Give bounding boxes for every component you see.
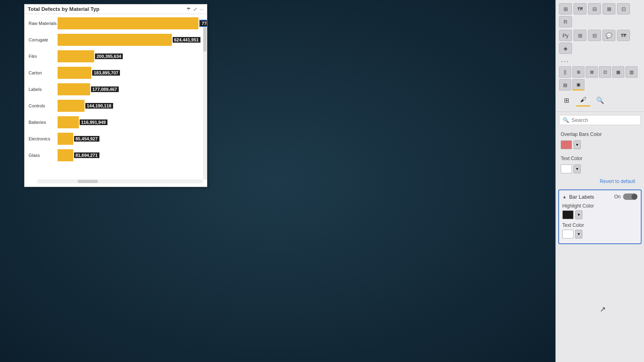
table-row: Electronics85,454,927: [29, 132, 203, 146]
bar-fill-container: 81,694,271: [58, 149, 203, 161]
panel-icon-map[interactable]: 🗺: [574, 3, 586, 14]
panel-icon-py[interactable]: Py: [559, 30, 572, 41]
filter-icon[interactable]: ☂: [186, 6, 191, 12]
grid-icon-active[interactable]: ▣: [572, 79, 584, 90]
scrollbar-thumb[interactable]: [203, 27, 206, 51]
vertical-scrollbar[interactable]: [203, 27, 207, 179]
toggle-track[interactable]: [623, 193, 638, 200]
bar-fill-container: 200,395,634: [58, 50, 203, 62]
bar-value: 85,454,927: [74, 136, 99, 142]
bar-labels-toggle[interactable]: On: [614, 193, 638, 200]
bar-labels-text-color-dropdown[interactable]: ▼: [575, 230, 582, 239]
bar-label: Batteries: [29, 120, 58, 125]
bar-labels-text-color-row: ▼: [562, 230, 638, 240]
toggle-thumb: [632, 194, 637, 200]
chart-title-icons: ☂ ⤢ ···: [186, 6, 204, 12]
revert-link[interactable]: Revert to default: [595, 177, 640, 187]
table-row: Film200,395,634: [29, 49, 203, 63]
bar-labels-text-color-label: Text Color: [562, 222, 638, 230]
bar-value: 177,089,467: [91, 86, 119, 92]
bar-fill-container: 177,089,467: [58, 83, 203, 95]
bar-fill[interactable]: 177,089,467: [58, 83, 90, 95]
bar-labels-section: ▲ Bar Labels On Highlight Color ▼ Text C…: [558, 189, 642, 244]
panel-top-icons: ⊞ 🗺 ⊟ ⊠ ⊡ R Py ⊞ ⊟ 💬 🗺 ◈ ··· ⣿ ⊞ ⊠ ⊡ ▦ ▥…: [556, 0, 644, 112]
bar-labels-header: ▲ Bar Labels On: [562, 193, 638, 200]
cursor-indicator: ↗: [600, 305, 606, 314]
grid-icon-dots[interactable]: ⣿: [559, 66, 571, 78]
search-input[interactable]: [572, 117, 637, 123]
panel-icon-grid[interactable]: ⊞: [574, 30, 586, 41]
grid-icon-row-1: ⣿ ⊞ ⊠ ⊡ ▦ ▥: [559, 66, 641, 78]
bar-label: Carton: [29, 70, 58, 75]
panel-icon-chart[interactable]: ⊟: [588, 3, 601, 14]
table-row: Glass81,694,271: [29, 148, 203, 162]
bar-labels-text-color-swatch[interactable]: [562, 230, 574, 239]
highlight-color-dropdown[interactable]: ▼: [575, 210, 582, 219]
scrollbar-thumb-h[interactable]: [78, 180, 98, 183]
grid-icon-lines[interactable]: ▤: [559, 79, 571, 90]
grid-icon-r[interactable]: ▥: [625, 66, 638, 78]
bar-fill[interactable]: 624,441,951: [58, 34, 172, 46]
bar-value: 183,895,707: [92, 70, 120, 76]
bottom-icon-paint[interactable]: 🖌: [576, 94, 590, 107]
bar-value: 624,441,951: [173, 37, 200, 43]
bar-value: 200,395,634: [95, 53, 123, 59]
panel-icon-table[interactable]: ⊞: [559, 3, 572, 14]
bar-fill[interactable]: 200,395,634: [58, 50, 94, 62]
table-row: Carton183,895,707: [29, 66, 203, 80]
bottom-icon-search-circle[interactable]: 🔍: [593, 94, 607, 107]
bar-value: 81,694,271: [74, 152, 99, 158]
grid-icon-table2[interactable]: ⊞: [572, 66, 584, 78]
more-dots: ···: [559, 56, 641, 66]
bar-fill-container: 770,580,317: [58, 17, 203, 29]
bar-fill[interactable]: 85,454,927: [58, 133, 73, 145]
panel-icon-word[interactable]: ⊟: [588, 30, 601, 41]
bar-fill[interactable]: 183,895,707: [58, 67, 91, 79]
panel-icon-comment[interactable]: 💬: [603, 30, 615, 41]
right-panel: ⊞ 🗺 ⊟ ⊠ ⊡ R Py ⊞ ⊟ 💬 🗺 ◈ ··· ⣿ ⊞ ⊠ ⊡ ▦ ▥…: [555, 0, 644, 362]
panel-icon-map2[interactable]: 🗺: [617, 30, 630, 41]
grid-icon-h[interactable]: ▦: [612, 66, 624, 78]
text-color-swatch[interactable]: [561, 165, 572, 173]
bar-label: Electronics: [29, 136, 58, 141]
chart-window: Total Defects by Material Typ ☂ ⤢ ··· Ra…: [24, 4, 207, 187]
bar-value: 116,991,949: [80, 119, 107, 125]
main-content-area: Total Defects by Material Typ ☂ ⤢ ··· Ra…: [0, 0, 555, 362]
search-box[interactable]: 🔍: [559, 115, 641, 125]
horizontal-scrollbar[interactable]: [37, 179, 203, 183]
search-icon: 🔍: [563, 117, 569, 123]
chevron-icon[interactable]: ▲: [562, 194, 567, 199]
bar-value: 144,190,118: [85, 103, 113, 109]
bar-fill[interactable]: 770,580,317: [58, 17, 198, 29]
overlap-bars-color-dropdown[interactable]: ▼: [574, 140, 581, 149]
table-row: Corrugate624,441,951: [29, 33, 203, 47]
grid-icon-x[interactable]: ⊠: [586, 66, 598, 78]
bar-label: Labels: [29, 87, 58, 92]
bottom-icon-grid[interactable]: ⊞: [559, 94, 574, 107]
bar-labels-title-group: ▲ Bar Labels: [562, 194, 594, 200]
expand-icon[interactable]: ⤢: [193, 6, 197, 12]
bar-fill[interactable]: 116,991,949: [58, 116, 79, 128]
grid-icon-row-2: ▤ ▣: [559, 79, 641, 90]
panel-icon-diamond[interactable]: ◈: [559, 43, 572, 54]
toggle-label: On: [614, 194, 621, 200]
overlap-bars-color-swatch[interactable]: [561, 140, 572, 149]
panel-icon-scatter[interactable]: ⊡: [617, 3, 630, 14]
text-color-dropdown[interactable]: ▼: [574, 165, 581, 173]
text-color-row: ▼: [556, 163, 644, 177]
bar-fill-container: 85,454,927: [58, 133, 203, 145]
more-icon[interactable]: ···: [200, 6, 204, 12]
grid-icon-dot[interactable]: ⊡: [599, 66, 611, 78]
overlap-bars-color-label: Overlap Bars Color: [556, 128, 644, 139]
chart-title-bar: Total Defects by Material Typ ☂ ⤢ ···: [25, 4, 207, 14]
bar-labels-title: Bar Labels: [569, 194, 594, 200]
highlight-color-row: ▼: [562, 210, 638, 222]
panel-icon-bar[interactable]: ⊠: [603, 3, 615, 14]
panel-icon-hex[interactable]: R: [559, 16, 572, 27]
bar-fill-container: 116,991,949: [58, 116, 203, 128]
bar-fill[interactable]: 81,694,271: [58, 149, 73, 161]
bar-fill[interactable]: 144,190,118: [58, 100, 85, 112]
bar-fill-container: 144,190,118: [58, 100, 203, 112]
highlight-color-swatch[interactable]: [562, 210, 574, 219]
bar-fill-container: 183,895,707: [58, 67, 203, 79]
